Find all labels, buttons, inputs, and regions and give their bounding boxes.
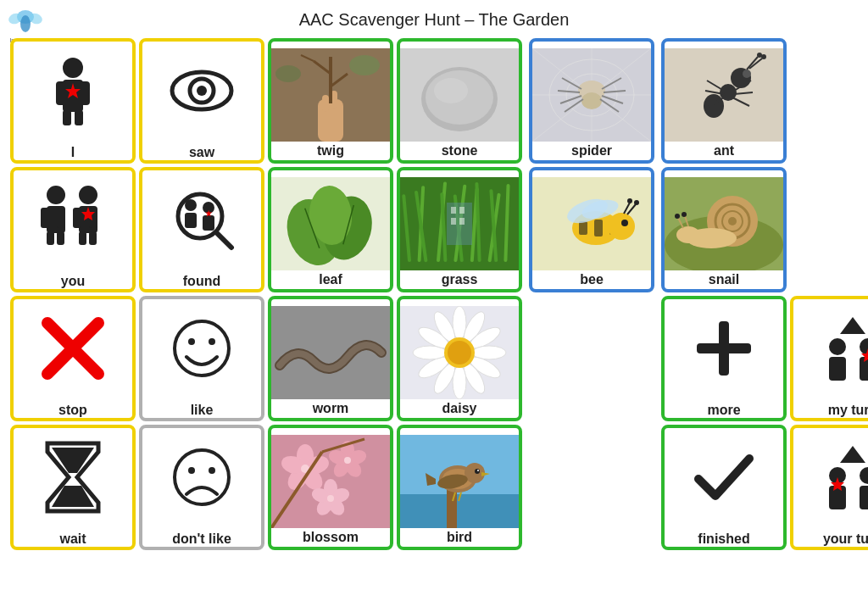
cell-saw[interactable]: saw	[139, 38, 264, 164]
page-title: AAC Scavenger Hunt – The Garden	[0, 0, 868, 36]
cell-bird[interactable]: bird	[397, 425, 522, 550]
cell-yourturn-label: your turn	[823, 531, 868, 547]
svg-rect-152	[579, 221, 587, 235]
bug-section: spider	[529, 38, 654, 550]
cell-i[interactable]: I	[10, 38, 136, 164]
row-3: stop like	[10, 296, 522, 421]
svg-point-96	[175, 450, 229, 504]
svg-rect-9	[75, 110, 83, 125]
cell-i-icon	[14, 42, 132, 141]
svg-point-166	[704, 94, 724, 118]
cell-you[interactable]: you	[10, 167, 136, 292]
cell-bird-label: bird	[447, 528, 472, 547]
cell-spider[interactable]: spider	[529, 38, 654, 164]
cell-saw-icon	[142, 42, 261, 141]
cell-stop-label: stop	[58, 402, 87, 418]
cell-stop[interactable]: stop	[10, 296, 136, 421]
spacer-4	[529, 425, 654, 550]
action-grid: more	[661, 296, 868, 550]
svg-rect-44	[185, 213, 197, 228]
cell-wait[interactable]: wait	[10, 425, 136, 550]
cell-more-icon	[665, 299, 783, 398]
cell-stone-label: stone	[442, 142, 478, 160]
cell-worm[interactable]: worm	[268, 296, 393, 421]
svg-point-160	[627, 198, 632, 203]
row-4: wait don't like	[10, 425, 522, 550]
svg-point-43	[185, 199, 197, 211]
cell-found-icon	[142, 170, 261, 270]
cell-like-icon	[142, 299, 261, 398]
cell-snail[interactable]: snail	[661, 167, 787, 292]
svg-point-98	[209, 467, 215, 474]
svg-point-92	[448, 341, 471, 364]
cell-bee[interactable]: bee	[529, 167, 654, 292]
svg-rect-69	[459, 207, 465, 214]
svg-point-128	[477, 470, 479, 471]
svg-point-187	[682, 212, 687, 217]
svg-point-167	[743, 70, 751, 78]
svg-rect-46	[203, 215, 214, 231]
cell-blossom-label: blossom	[303, 528, 359, 547]
cell-finished[interactable]: finished	[661, 425, 787, 550]
svg-rect-8	[63, 110, 71, 125]
cell-dontlike-icon	[142, 428, 261, 527]
cell-worm-label: worm	[313, 399, 349, 418]
svg-point-156	[621, 220, 628, 226]
svg-rect-31	[57, 208, 65, 228]
cell-more[interactable]: more	[661, 296, 787, 421]
cell-twig-label: twig	[317, 142, 344, 160]
svg-point-171	[761, 54, 766, 59]
svg-rect-200	[860, 486, 868, 509]
svg-point-117	[327, 495, 334, 502]
svg-rect-39	[89, 231, 97, 245]
svg-rect-38	[79, 231, 86, 245]
cell-more-label: more	[707, 402, 740, 418]
cell-like[interactable]: like	[139, 296, 264, 421]
svg-marker-196	[840, 446, 865, 463]
cell-finished-icon	[665, 428, 783, 527]
cell-twig[interactable]: twig	[268, 38, 393, 164]
logo-icon	[8, 7, 59, 37]
svg-point-199	[860, 467, 868, 484]
svg-rect-30	[41, 208, 49, 228]
cell-bee-label: bee	[580, 270, 604, 289]
svg-rect-32	[47, 231, 54, 245]
cell-daisy[interactable]: daisy	[397, 296, 522, 421]
svg-point-13	[197, 86, 207, 96]
cell-found[interactable]: found	[139, 167, 264, 292]
action-row-1: more	[661, 296, 868, 421]
cell-finished-label: finished	[698, 531, 749, 547]
bug-section-2: ant	[661, 38, 868, 550]
cell-blossom[interactable]: blossom	[268, 425, 393, 550]
svg-rect-194	[860, 357, 868, 381]
cell-grass[interactable]: grass	[397, 167, 522, 292]
cell-grass-label: grass	[442, 270, 478, 289]
cell-myturn-icon	[793, 299, 868, 398]
row-2: you	[10, 167, 522, 292]
cell-stone[interactable]: stone	[397, 38, 522, 164]
cell-myturn[interactable]: my turn	[790, 296, 868, 421]
svg-point-141	[581, 92, 602, 109]
cell-wait-label: wait	[59, 531, 86, 547]
cell-daisy-label: daisy	[442, 399, 477, 418]
cell-snail-label: snail	[709, 270, 739, 289]
svg-point-181	[728, 217, 737, 225]
cell-dontlike-label: don't like	[172, 531, 231, 547]
svg-rect-70	[451, 218, 456, 225]
svg-rect-189	[697, 343, 751, 353]
cell-dontlike[interactable]: don't like	[139, 425, 264, 550]
cell-you-icon	[14, 170, 132, 270]
svg-rect-33	[57, 231, 64, 245]
svg-point-111	[344, 457, 351, 464]
svg-point-27	[434, 78, 468, 103]
cell-stop-icon	[14, 299, 132, 398]
svg-rect-198	[829, 486, 846, 509]
cell-ant[interactable]: ant	[661, 38, 787, 164]
svg-rect-36	[73, 208, 81, 228]
spacer-3	[529, 296, 654, 421]
svg-rect-6	[56, 81, 66, 105]
cell-leaf[interactable]: leaf	[268, 167, 393, 292]
cell-yourturn[interactable]: your turn	[790, 425, 868, 550]
svg-point-155	[608, 213, 635, 240]
svg-rect-7	[80, 81, 90, 105]
